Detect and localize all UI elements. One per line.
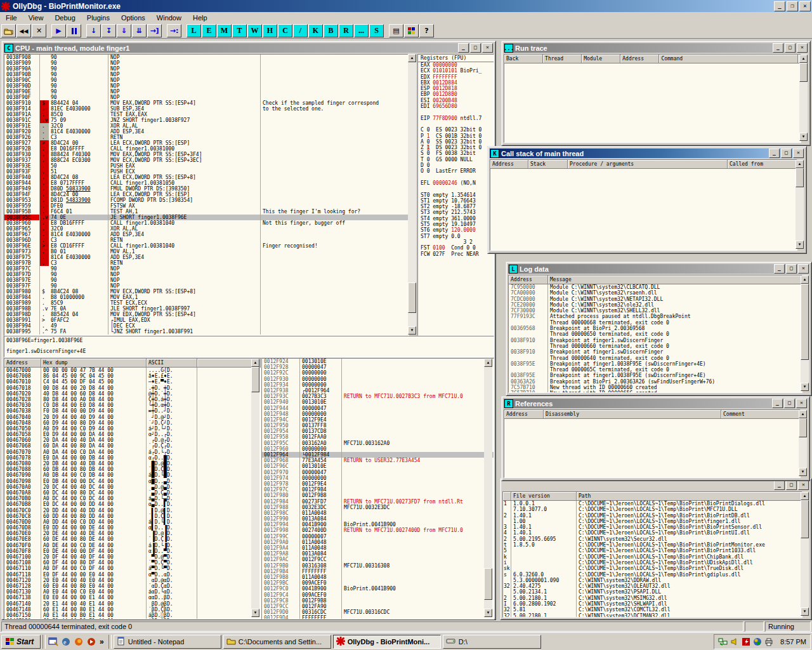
window-...-button[interactable]: ... [354, 24, 369, 37]
step-into-button[interactable]: ↓ [86, 24, 101, 37]
register-row[interactable]: ST7 empty 0.0 [421, 234, 494, 239]
log-row[interactable]: 77F9193CAttached process paused at ntdll… [509, 314, 802, 319]
register-row[interactable]: ECX 01010101 BioPri_ [421, 68, 494, 74]
stack-row[interactable]: 0012F97C0012F9B4 [262, 487, 494, 493]
register-row[interactable]: EDX FFFFFFFF [421, 74, 494, 80]
stack-row[interactable]: 0012F9980027400DRETURN to MFC71U.0027400… [262, 527, 494, 533]
network-icon[interactable] [718, 637, 728, 646]
dump-row[interactable]: 00467110A0 DF 44 00 C0 DF 44 00á▀D.└▀D. [4, 566, 261, 571]
dump-row[interactable]: 004670B0A0 DC 44 00 C0 DC 44 00á▄D.└▄D. [4, 496, 261, 501]
log-row[interactable]: 7CA00000Module C:\WINNT\system32\rsaenh.… [509, 290, 802, 296]
module-row[interactable]: 31.40.1C:\DOCUME~1\Jeroen\LOCALS~1\Temp\… [503, 524, 802, 530]
stack-row[interactable]: 0012F9900013A084 [262, 516, 494, 522]
go-to-button[interactable]: →: [167, 24, 181, 37]
dump-row[interactable]: 00467130A0 E0 44 00 C0 E0 44 00áαD.└αD. [4, 589, 261, 595]
disasm-row[interactable]: 0038F95B.F6C4 01TEST AH,1This the finger… [4, 209, 409, 215]
call-stack-maximize-button[interactable]: □ [781, 149, 792, 158]
stack-row[interactable]: 0012F9D000316CDCMFC71U.00316CDC [262, 609, 494, 615]
references-close-button[interactable]: ✕ [796, 399, 807, 408]
run-button[interactable]: ▶ [51, 24, 66, 37]
disasm-row[interactable]: 0038F90A90NOP [4, 66, 409, 72]
disasm-row[interactable]: 0038F97D90NOP [4, 272, 409, 277]
stack-row[interactable]: 0012F9D4FFFFFFFF [262, 615, 494, 620]
dump-row[interactable]: 004670C020 DD 44 00 40 DD 44 00 ▌D.@▌D. [4, 508, 261, 514]
disasm-row[interactable]: 0038F97E90NOP [4, 277, 409, 283]
call-stack-minimize-button[interactable]: _ [769, 149, 780, 158]
dump-row[interactable]: 0046704860 D9 44 00 80 D9 44 00`┘D.Ç┘D. [4, 420, 261, 426]
register-row[interactable] [421, 175, 494, 180]
module-row[interactable]: 322.40.4275C:\WINNT\system32\OLEAUT32.dl… [503, 583, 802, 589]
log-row[interactable]: 7C57B710New thread with ID 0000065C crea… [509, 390, 802, 393]
register-row[interactable]: EBP 0012D8B0 [421, 91, 494, 97]
register-row[interactable]: S 0 FS 0038 32bit [421, 150, 494, 156]
disasm-row[interactable]: 0038F96E>E8 CD16FFFFCALL finger1.0038104… [4, 243, 409, 249]
dump-row[interactable]: 00467138E0 E0 44 00 00 E1 44 00ααD..βD. [4, 595, 261, 600]
disasm-row[interactable]: 0038F91C.v75 09JNZ SHORT finger1.0038F92… [4, 117, 409, 123]
disasm-row[interactable]: 0038F914.81EC E4030000SUB ESP,3E4to the … [4, 106, 409, 112]
dump-row[interactable]: 0046710020 DF 44 00 40 DF 44 00 ▀D.@▀D. [4, 554, 261, 560]
dump-row[interactable]: 00467058E0 D9 44 00 00 DA 44 00α┘D..┌D. [4, 432, 261, 437]
disasm-row[interactable]: 0038F910$8B4424 04MOV EAX,DWORD PTR SS:[… [4, 100, 409, 106]
window-m-button[interactable]: M [217, 24, 232, 37]
disasm-row[interactable]: 0038F953.D81D 54833900FCOMP DWORD PTR DS… [4, 197, 409, 203]
register-row[interactable]: EIP 77F8D900 ntdll.7 [421, 116, 494, 121]
stack-row[interactable]: 0012F9A4011A0048 [262, 545, 494, 551]
print-icon[interactable] [764, 637, 773, 646]
register-row[interactable]: P 1 CS 001B 32bit 0 [421, 133, 494, 139]
window-c-button[interactable]: C [278, 24, 292, 37]
call-stack-close-button[interactable]: ✕ [793, 149, 804, 158]
disasm-row[interactable]: 0038F994.49│DEC ECX [4, 323, 409, 329]
log-row[interactable]: 0038F95EBreakpoint at finger1.0038F95E (… [509, 361, 802, 367]
task-button-notepad[interactable]: Untitled - Notepad [114, 635, 221, 649]
disasm-row[interactable]: 0038F960.E8 DB16FFFFCALL finger1.0038104… [4, 220, 409, 226]
window-l-button[interactable]: L [187, 24, 201, 37]
call-stack-header-stack[interactable]: Stack [528, 160, 568, 168]
dump-row[interactable]: 0046714020 E1 44 00 40 E1 44 00 βD.@βD. [4, 601, 261, 607]
log-data-table[interactable]: AddressMessage 7C950000Module C:\WINNT\s… [508, 275, 802, 393]
stack-row[interactable]: 0012F94400000047 [262, 406, 494, 411]
run-trace-header-address[interactable]: Address [620, 55, 659, 63]
call-stack-header-address[interactable]: Address [490, 160, 528, 168]
window-b-button[interactable]: B [324, 24, 338, 37]
disasm-row[interactable]: 0038F930.8B8424 F40300MOV EAX,DWORD PTR … [4, 152, 409, 157]
run-trace-table[interactable]: BackThreadModuleAddressCommandModified [504, 54, 801, 143]
dump-row[interactable]: 004670A860 DC 44 00 80 DC 44 00`▄D.Ç▄D. [4, 490, 261, 496]
modules-titlebar[interactable]: _ □ ✕ [502, 481, 809, 490]
run-trace-minimize-button[interactable]: _ [773, 43, 783, 53]
disasm-row[interactable]: 0038F927>8D4C24 00LEA ECX,DWORD PTR SS:[… [4, 140, 409, 146]
close-process-button[interactable]: ✕ [32, 24, 46, 37]
log-data-maximize-button[interactable]: □ [786, 264, 797, 274]
stack-row[interactable]: 0012F9C80012F9B8 [262, 598, 494, 604]
modules-header-file-version[interactable]: File version [511, 492, 577, 500]
disasm-row[interactable]: 0038F937.8B8C24 EC0300MOV ECX,DWORD PTR … [4, 157, 409, 163]
module-row[interactable]: I6.00.2800.1902C:\WINNT\system32\SHLWAPI… [503, 601, 802, 607]
dump-row[interactable]: 0046708020 DB 44 00 40 DB 44 00 █D.@█D. [4, 461, 261, 467]
log-data-minimize-button[interactable]: _ [774, 264, 785, 274]
references-minimize-button[interactable]: _ [772, 399, 783, 408]
register-row[interactable]: ST6 empty 120.0000 [421, 227, 494, 233]
disasm-row[interactable]: 0038F940.8D4C24 08LEA ECX,DWORD PTR SS:[… [4, 175, 409, 180]
register-row[interactable]: ST1 empty 10.76643 [421, 198, 494, 204]
log-data-close-button[interactable]: ✕ [798, 264, 809, 274]
module-row[interactable]: 21.40.1C:\DOCUME~1\Jeroen\LOCALS~1\Temp\… [503, 513, 802, 519]
stack-row[interactable]: 0012F99C00000007 [262, 534, 494, 540]
register-row[interactable]: ST3 empty 212.5743 [421, 209, 494, 215]
dump-row[interactable]: 004670A020 DC 44 00 40 DC 44 00 ▄D.@▄D. [4, 484, 261, 490]
log-row[interactable]: Thread 0000065C terminated, exit code 0 [509, 367, 802, 373]
dump-row[interactable]: 0046712020 E0 44 00 40 E0 44 00 αD.@αD. [4, 578, 261, 583]
log-row[interactable]: 7CF30000Module C:\WINNT\system32\SHELL32… [509, 308, 802, 314]
register-row[interactable] [421, 121, 494, 127]
disasm-row[interactable]: 0038F90890NOP [4, 55, 409, 60]
run-trace-header-command[interactable]: Command [659, 55, 798, 63]
disasm-row[interactable]: 0038F980$8B4C24 08MOV ECX,DWORD PTR SS:[… [4, 289, 409, 295]
stack-row[interactable]: 0012F96000000000 [262, 446, 494, 452]
help-toolbar-button[interactable]: ? [419, 24, 434, 37]
module-row[interactable]: 7.10.3077.0C:\DOCUME~1\Jeroen\LOCALS~1\T… [503, 507, 802, 512]
close-button[interactable]: ✕ [799, 1, 811, 11]
disasm-row[interactable]: 0038F92B.E8 D016FFFFCALL finger1.0038100… [4, 146, 409, 152]
module-row[interactable]: 1.00C:\DOCUME~1\Jeroen\LOCALS~1\Temp\Bio… [503, 519, 802, 524]
modules-maximize-button[interactable]: □ [786, 481, 797, 490]
task-button-drive[interactable]: D:\ [443, 635, 541, 649]
dump-row[interactable]: 00467010C4 04 45 00 DF 04 45 00─♦E.▀♦E. [4, 379, 261, 385]
dump-header-hex-dump[interactable]: Hex dump [41, 359, 147, 367]
